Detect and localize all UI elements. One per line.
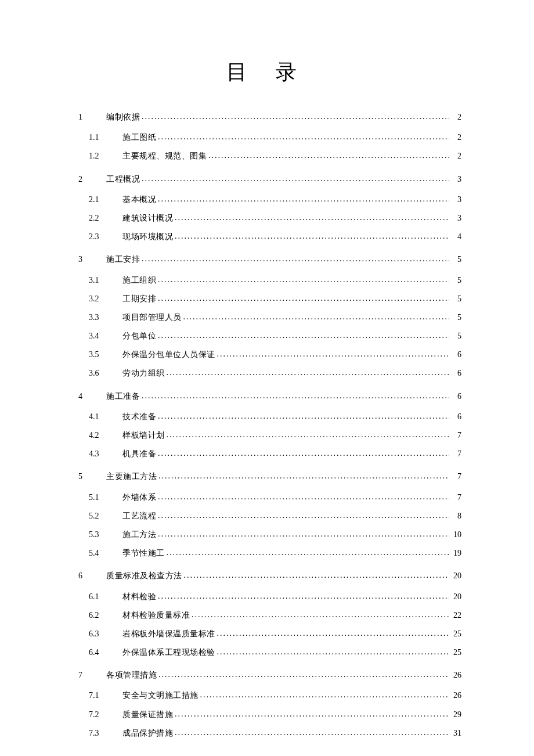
toc-entry-page: 29: [451, 707, 461, 722]
toc-entry: 6.2材料检验质量标准22: [73, 608, 461, 622]
toc-entry-number: 4: [78, 389, 102, 404]
toc-dots: [142, 388, 449, 403]
toc-dots: [175, 210, 449, 225]
toc-entry-text: 材料检验质量标准: [122, 608, 190, 622]
toc-entry-page: 3: [451, 211, 461, 225]
toc-entry-text: 工艺流程: [122, 509, 156, 523]
page-title: 目 录: [73, 58, 461, 87]
toc-entry-page: 7: [451, 428, 461, 442]
toc-entry: 3施工安排5: [73, 252, 461, 267]
toc-entry: 1编制依据2: [73, 110, 461, 124]
toc-dots: [175, 725, 449, 740]
toc-dots: [158, 667, 449, 682]
toc-entry: 3.4分包单位5: [73, 329, 461, 343]
toc-entry: 7各项管理措施26: [73, 668, 461, 682]
toc-entry: 6.3岩棉板外墙保温质量标准25: [73, 627, 461, 641]
toc-entry-number: 1.2: [89, 149, 114, 163]
toc-dots: [158, 192, 449, 206]
toc-entry: 2.3现场环境概况4: [73, 229, 461, 244]
toc-entry-number: 2.2: [89, 211, 114, 225]
toc-entry-page: 6: [451, 409, 461, 424]
toc-entry-text: 材料检验: [122, 589, 156, 604]
toc-entry-page: 3: [451, 172, 461, 186]
toc-entry-page: 2: [451, 130, 461, 145]
toc-entry: 7.3成品保护措施31: [73, 726, 461, 740]
toc-dots: [208, 148, 449, 163]
toc-entry: 7.2质量保证措施29: [73, 707, 461, 722]
toc-entry: 5.2工艺流程8: [73, 509, 461, 523]
toc-entry-page: 6: [451, 366, 461, 380]
toc-entry: 3.6劳动力组织6: [73, 366, 461, 380]
toc-entry-text: 样板墙计划: [122, 428, 165, 442]
toc-entry-page: 26: [451, 688, 461, 703]
toc-entry: 2工程概况3: [73, 172, 461, 186]
toc-entry-number: 1: [78, 110, 102, 124]
toc-entry-number: 3.3: [89, 310, 114, 325]
toc-entry-text: 分包单位: [122, 329, 156, 343]
toc-entry-page: 10: [451, 527, 461, 542]
toc-entry-page: 20: [451, 589, 461, 604]
toc-entry-page: 31: [451, 726, 461, 740]
toc-entry-number: 7.3: [89, 726, 114, 740]
toc-entry: 3.3项目部管理人员5: [73, 310, 461, 325]
toc-entry-page: 3: [451, 192, 461, 207]
toc-entry-text: 施工安排: [106, 252, 140, 267]
toc-dots: [158, 446, 449, 460]
toc-entry: 4.2样板墙计划7: [73, 428, 461, 442]
toc-entry-number: 4.3: [89, 447, 114, 461]
toc-entry-text: 施工图纸: [122, 130, 156, 145]
toc-dots: [217, 626, 450, 640]
toc-entry: 4.1技术准备6: [73, 409, 461, 424]
toc-entry-number: 6.4: [89, 645, 114, 660]
toc-entry-text: 项目部管理人员: [122, 310, 182, 325]
toc-entry: 5.3施工方法10: [73, 527, 461, 542]
toc-entry: 4.3机具准备7: [73, 447, 461, 461]
toc-entry-page: 5: [451, 291, 461, 306]
toc-entry-number: 6.2: [89, 608, 114, 622]
toc-entry-page: 5: [451, 329, 461, 343]
toc-dots: [158, 589, 449, 603]
toc-entry-page: 2: [451, 110, 461, 124]
toc-entry-number: 7.1: [89, 688, 114, 703]
toc-entry-text: 季节性施工: [122, 546, 165, 560]
toc-entry: 6.4外保温体系工程现场检验25: [73, 645, 461, 660]
toc-entry-page: 5: [451, 273, 461, 287]
toc-entry-text: 主要规程、规范、图集: [122, 149, 207, 163]
toc-entry-text: 施工组织: [122, 273, 156, 287]
toc-entry-page: 5: [451, 310, 461, 325]
toc-entry-number: 3.6: [89, 366, 114, 380]
toc-entry-page: 4: [451, 229, 461, 244]
toc-entry-text: 外保温体系工程现场检验: [122, 645, 215, 660]
toc-dots: [158, 527, 449, 541]
toc-dots: [217, 645, 450, 659]
toc-dots: [158, 469, 449, 483]
toc-entry-number: 2.1: [89, 192, 114, 207]
toc-entry-page: 5: [451, 252, 461, 267]
toc-dots: [200, 687, 450, 702]
toc-entry-page: 7: [451, 469, 461, 484]
toc-entry-text: 质量保证措施: [122, 707, 173, 722]
toc-dots: [158, 328, 449, 343]
toc-entry-number: 7.2: [89, 707, 114, 722]
toc-dots: [158, 508, 449, 523]
toc-entry-text: 现场环境概况: [122, 229, 173, 244]
toc-entry-text: 机具准备: [122, 447, 156, 461]
toc-entry-page: 25: [451, 627, 461, 641]
toc-entry: 1.2主要规程、规范、图集2: [73, 149, 461, 163]
toc-entry-number: 3.2: [89, 291, 114, 306]
toc-entry-text: 成品保护措施: [122, 726, 173, 740]
toc-entry-number: 6.3: [89, 627, 114, 641]
toc-entry-text: 安全与文明施工措施: [122, 688, 199, 703]
toc-entry-page: 6: [451, 389, 461, 404]
toc-dots: [167, 365, 450, 380]
toc-dots: [158, 129, 449, 144]
toc-entry: 5.1外墙体系7: [73, 490, 461, 505]
toc-entry: 5主要施工方法7: [73, 469, 461, 484]
toc-entry: 6.1材料检验20: [73, 589, 461, 604]
toc-dots: [167, 545, 450, 560]
toc-entry: 1.1施工图纸2: [73, 130, 461, 145]
toc-entry-number: 5: [78, 469, 102, 484]
toc-entry: 7.1安全与文明施工措施26: [73, 688, 461, 703]
toc-entry: 4施工准备6: [73, 389, 461, 404]
toc-dots: [142, 251, 449, 266]
